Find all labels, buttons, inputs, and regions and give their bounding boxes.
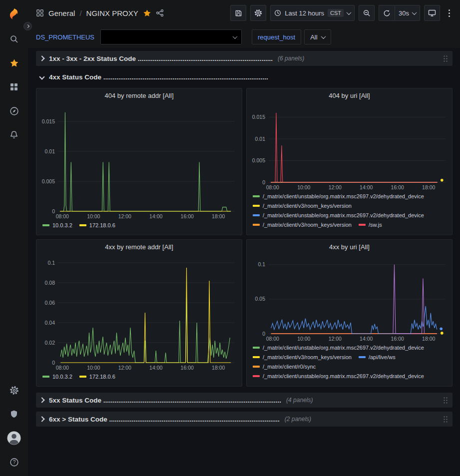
- legend-item[interactable]: 10.0.3.2: [42, 373, 72, 381]
- panel-404-by-uri: 404 by uri [All] 00.0050.010.01508:0010:…: [246, 88, 453, 235]
- panel-title[interactable]: 4xx by remote addr [All]: [36, 240, 242, 254]
- svg-text:0.015: 0.015: [252, 114, 265, 120]
- panel-title[interactable]: 4xx by uri [All]: [247, 240, 452, 254]
- panel-4xx-by-remote-addr: 4xx by remote addr [All] 00.020.040.060.…: [36, 239, 242, 387]
- svg-text:0: 0: [52, 208, 55, 214]
- time-series-chart[interactable]: 00.0050.010.01508:0010:0012:0014:0016:00…: [247, 102, 452, 191]
- legend-item[interactable]: /_matrix/client/v3/room_keys/version: [253, 353, 352, 361]
- alerting-bell-icon[interactable]: [4, 125, 24, 145]
- svg-text:0.01: 0.01: [45, 148, 55, 154]
- row-panel-count: (4 panels): [286, 397, 313, 404]
- row-drag-handle[interactable]: [443, 55, 449, 62]
- legend-label: /_matrix/client/unstable/org.matrix.msc2…: [263, 344, 424, 352]
- dashboard-title[interactable]: NGINX PROXY: [86, 9, 138, 17]
- row-4xx-status-code[interactable]: 4xx Status Code ........................…: [36, 70, 453, 84]
- legend-label: /_matrix/client/unstable/org.matrix.msc2…: [263, 372, 424, 380]
- svg-text:0.08: 0.08: [45, 280, 55, 286]
- sidebar: ?: [0, 0, 28, 476]
- chevron-down-icon: [412, 10, 417, 15]
- clock-icon: [274, 9, 281, 16]
- zoom-out-icon: [363, 9, 371, 17]
- chevron-right-icon: [26, 24, 29, 28]
- panel-title[interactable]: 404 by remote addr [All]: [36, 88, 242, 102]
- panel-4xx-by-uri: 4xx by uri [All] 00.050.108:0010:0012:00…: [246, 239, 453, 387]
- legend-label: /_matrix/client/unstable/org.matrix.msc2…: [263, 192, 424, 200]
- legend-item[interactable]: /_matrix/client/r0/sync: [253, 363, 316, 371]
- row-drag-handle[interactable]: [443, 397, 449, 404]
- svg-text:08:00: 08:00: [266, 184, 279, 190]
- legend-item[interactable]: /sw.js: [359, 221, 382, 229]
- dashboard-settings-button[interactable]: [250, 5, 266, 21]
- legend-item[interactable]: /api/live/ws: [359, 353, 396, 361]
- variable-ds-label[interactable]: DS_PROMETHEUS: [36, 33, 94, 41]
- legend-swatch: [253, 375, 260, 377]
- grafana-logo-icon[interactable]: [4, 5, 24, 25]
- legend-item[interactable]: /_matrix/client/unstable/org.matrix.msc2…: [253, 211, 424, 219]
- legend-label: /sw.js: [369, 221, 382, 229]
- help-icon[interactable]: ?: [4, 452, 24, 472]
- legend-swatch: [253, 347, 260, 349]
- breadcrumb-section[interactable]: General: [48, 9, 75, 17]
- svg-text:12:00: 12:00: [329, 336, 342, 342]
- legend-item[interactable]: /_matrix/client/v3/room_keys/version: [253, 221, 352, 229]
- user-avatar[interactable]: [4, 428, 24, 448]
- svg-text:0.1: 0.1: [47, 260, 55, 266]
- legend-item[interactable]: 172.18.0.6: [79, 221, 115, 229]
- variable-request-host-value[interactable]: All: [304, 29, 331, 44]
- chevron-down-icon: [39, 74, 44, 79]
- svg-text:0.1: 0.1: [258, 261, 265, 267]
- legend-item[interactable]: /_matrix/client/unstable/org.matrix.msc2…: [253, 192, 424, 200]
- panel-404-by-remote-addr: 404 by remote addr [All] 00.0050.010.015…: [36, 88, 242, 235]
- svg-text:10:00: 10:00: [297, 336, 310, 342]
- time-series-chart[interactable]: 00.050.108:0010:0012:0014:0016:0018:00: [247, 254, 452, 343]
- svg-text:0.005: 0.005: [42, 178, 55, 184]
- navbar-actions: Last 12 hours CST 30s: [230, 5, 454, 21]
- legend-label: /_matrix/client/unstable/org.matrix.msc2…: [263, 211, 424, 219]
- favorite-star-icon[interactable]: [143, 9, 151, 17]
- legend-item[interactable]: /_matrix/client/unstable/org.matrix.msc2…: [253, 372, 424, 380]
- kebab-menu-icon[interactable]: [444, 5, 454, 21]
- gear-icon: [254, 9, 262, 17]
- tv-mode-button[interactable]: [424, 5, 440, 21]
- svg-text:0.015: 0.015: [42, 118, 55, 124]
- svg-text:10:00: 10:00: [87, 365, 100, 371]
- starred-dashboards-icon[interactable]: [4, 53, 24, 73]
- variable-ds-select[interactable]: [100, 29, 242, 44]
- search-icon[interactable]: [4, 29, 24, 49]
- row-5xx-status-code[interactable]: 5xx Status Code ........................…: [36, 393, 453, 408]
- sidebar-expand-button[interactable]: [23, 22, 32, 30]
- svg-text:14:00: 14:00: [149, 365, 162, 371]
- legend-label: /_matrix/client/v3/room_keys/version: [263, 221, 352, 229]
- svg-text:0: 0: [52, 360, 55, 366]
- refresh-button[interactable]: [379, 5, 395, 21]
- svg-text:0.04: 0.04: [45, 320, 55, 326]
- zoom-out-button[interactable]: [359, 5, 375, 21]
- time-series-chart[interactable]: 00.0050.010.01508:0010:0012:0014:0016:00…: [36, 102, 242, 220]
- svg-text:08:00: 08:00: [56, 213, 69, 219]
- legend-item[interactable]: 10.0.3.2: [42, 221, 72, 229]
- legend-item[interactable]: /_matrix/client/unstable/org.matrix.msc2…: [253, 344, 424, 352]
- legend-label: 172.18.0.6: [89, 221, 115, 229]
- legend-item[interactable]: /_matrix/client/v3/room_keys/version: [253, 202, 352, 210]
- share-icon[interactable]: [156, 9, 164, 17]
- variable-request-host-label[interactable]: request_host: [252, 29, 301, 44]
- refresh-interval-dropdown[interactable]: 30s: [395, 5, 420, 21]
- breadcrumb-separator: /: [79, 9, 81, 17]
- svg-text:18:00: 18:00: [422, 184, 435, 190]
- time-range-picker[interactable]: Last 12 hours CST: [270, 5, 355, 21]
- row-drag-handle[interactable]: [443, 416, 449, 423]
- apps-grid-icon: [36, 9, 44, 17]
- row-1xx-3xx-2xx-status-code[interactable]: 1xx - 3xx - 2xx Status Code ............…: [36, 51, 453, 66]
- dashboards-grid-icon[interactable]: [4, 77, 24, 97]
- legend-swatch: [42, 224, 49, 226]
- legend-item[interactable]: 172.18.0.6: [79, 373, 115, 381]
- chevron-down-icon: [321, 34, 326, 39]
- save-dashboard-button[interactable]: [230, 5, 246, 21]
- panel-title[interactable]: 404 by uri [All]: [247, 88, 452, 102]
- row-6xx-status-code[interactable]: 6xx > Status Code ......................…: [36, 412, 453, 427]
- admin-shield-icon[interactable]: [4, 404, 24, 424]
- time-series-chart[interactable]: 00.020.040.060.080.108:0010:0012:0014:00…: [36, 254, 242, 372]
- explore-compass-icon[interactable]: [4, 101, 24, 121]
- server-settings-gear-icon[interactable]: [4, 380, 24, 400]
- svg-text:0.01: 0.01: [255, 136, 266, 142]
